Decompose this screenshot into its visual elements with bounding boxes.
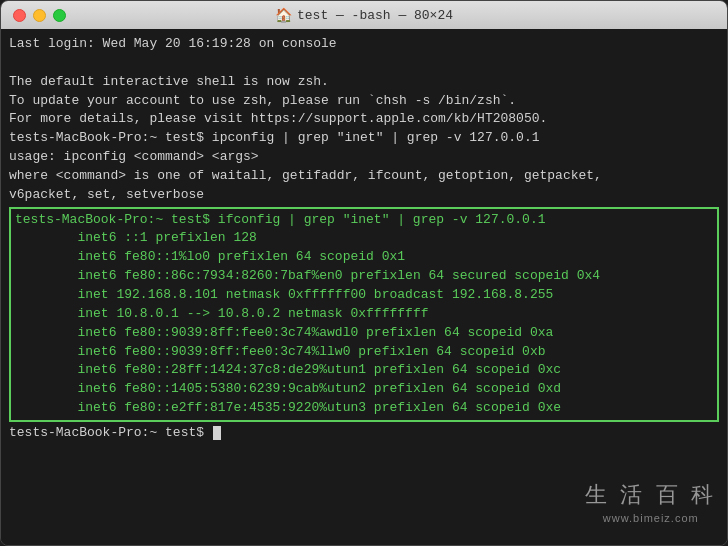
home-icon: 🏠	[275, 7, 292, 24]
traffic-lights	[13, 9, 66, 22]
watermark-cn-text: 生 活 百 科	[585, 479, 718, 511]
pre-highlight-content: Last login: Wed May 20 16:19:28 on conso…	[9, 35, 719, 205]
titlebar: 🏠 test — -bash — 80×24	[1, 1, 727, 29]
terminal-body[interactable]: Last login: Wed May 20 16:19:28 on conso…	[1, 29, 727, 545]
prompt-line: tests-MacBook-Pro:~ test$	[9, 425, 212, 440]
post-highlight-content: tests-MacBook-Pro:~ test$	[9, 424, 719, 443]
close-button[interactable]	[13, 9, 26, 22]
watermark-url-text: www.bimeiz.com	[603, 511, 699, 527]
watermark: 生 活 百 科 www.bimeiz.com	[585, 479, 718, 527]
highlight-content: tests-MacBook-Pro:~ test$ ifconfig | gre…	[15, 211, 713, 418]
minimize-button[interactable]	[33, 9, 46, 22]
window-title: 🏠 test — -bash — 80×24	[275, 7, 453, 24]
cursor	[213, 426, 221, 440]
terminal-window: 🏠 test — -bash — 80×24 Last login: Wed M…	[0, 0, 728, 546]
title-text: test — -bash — 80×24	[297, 8, 453, 23]
maximize-button[interactable]	[53, 9, 66, 22]
highlighted-block: tests-MacBook-Pro:~ test$ ifconfig | gre…	[9, 207, 719, 422]
